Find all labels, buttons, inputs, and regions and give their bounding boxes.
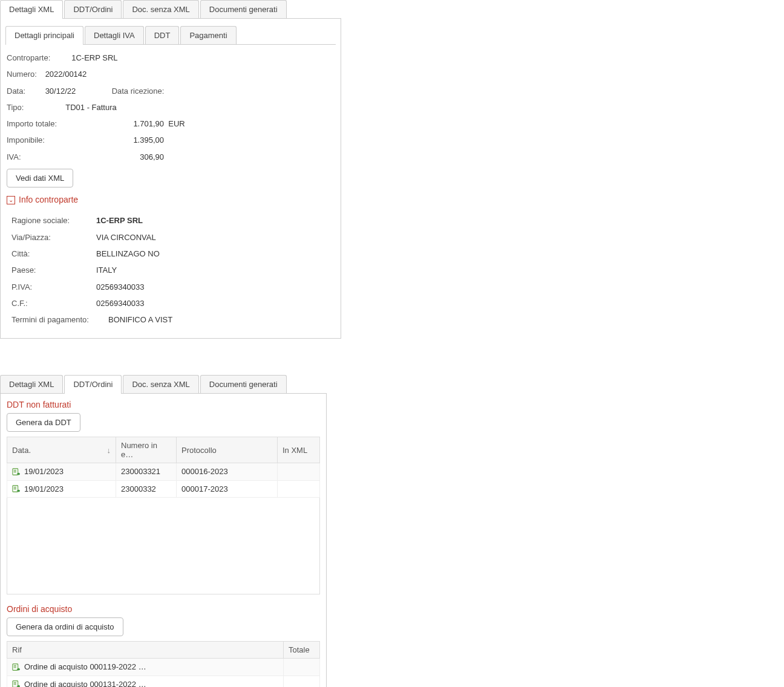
ddt-data: 19/01/2023 <box>24 484 64 493</box>
table-row[interactable]: 19/01/202323000332000017-2023 <box>7 480 320 498</box>
label-data: Data: <box>7 83 43 99</box>
details-content: Controparte: 1C-ERP SRL Numero: 2022/001… <box>5 45 336 333</box>
info-controparte-toggle[interactable]: ⌄ Info controparte <box>7 191 78 209</box>
tab-documenti-generati[interactable]: Documenti generati <box>200 375 287 393</box>
ddt-col-in-xml[interactable]: In XML <box>278 437 320 463</box>
ddt-numero: 230003321 <box>116 463 177 481</box>
label-piva: P.IVA: <box>11 279 96 295</box>
ddt-protocollo: 000017-2023 <box>177 480 278 498</box>
ddt-ordini-panel: Dettagli XML DDT/Ordini Doc. senza XML D… <box>0 375 327 687</box>
ordini-col-totale[interactable]: Totale <box>284 642 320 659</box>
label-cf: C.F.: <box>11 295 96 311</box>
label-citta: Città: <box>11 246 96 262</box>
value-data: 30/12/22 <box>45 83 112 99</box>
ddt-data: 19/01/2023 <box>24 467 64 476</box>
value-cf: 02569340033 <box>96 295 145 311</box>
label-paese: Paese: <box>11 262 96 278</box>
value-imponibile: 1.395,00 <box>122 132 164 148</box>
value-piva: 02569340033 <box>96 279 145 295</box>
table-row[interactable]: 19/01/2023230003321000016-2023 <box>7 463 320 481</box>
tab-dettagli-iva[interactable]: Dettagli IVA <box>85 26 144 44</box>
value-importo-totale: 1.701,90 <box>122 116 164 132</box>
genera-da-ddt-button[interactable]: Genera da DDT <box>7 413 80 432</box>
value-numero: 2022/00142 <box>45 66 87 82</box>
ddt-inxml <box>278 480 320 498</box>
tab-dettagli-principali[interactable]: Dettagli principali <box>5 26 83 44</box>
tab-doc-senza-xml[interactable]: Doc. senza XML <box>123 375 198 393</box>
ordini-acquisto-title: Ordini di acquisto <box>7 604 320 614</box>
tab-doc-senza-xml[interactable]: Doc. senza XML <box>123 0 198 18</box>
value-termini: BONIFICO A VIST <box>108 311 172 328</box>
genera-da-ordini-button[interactable]: Genera da ordini di acquisto <box>7 617 123 636</box>
value-via: VIA CIRCONVAL <box>96 229 156 246</box>
tab-ddt-ordini[interactable]: DDT/Ordini <box>64 375 122 393</box>
tab-ddt-ordini[interactable]: DDT/Ordini <box>64 0 122 18</box>
ddt-col-numero[interactable]: Numero in e… <box>116 437 177 463</box>
label-ragione-sociale: Ragione sociale: <box>11 212 96 229</box>
label-tipo: Tipo: <box>7 99 61 116</box>
ordini-table: Rif Totale Ordine di acquisto 000119-202… <box>7 641 320 687</box>
tab-ddt[interactable]: DDT <box>145 26 180 44</box>
ddt-protocollo: 000016-2023 <box>177 463 278 481</box>
label-controparte: Controparte: <box>7 50 67 66</box>
ddt-inxml <box>278 463 320 481</box>
table-row[interactable]: Ordine di acquisto 000131-2022 … <box>7 676 320 687</box>
chevron-down-icon: ⌄ <box>7 196 15 204</box>
main-tab-bar: Dettagli XML DDT/Ordini Doc. senza XML D… <box>0 0 341 19</box>
label-iva: IVA: <box>7 149 122 165</box>
tab-dettagli-xml[interactable]: Dettagli XML <box>0 0 63 18</box>
ddt-col-data[interactable]: Data.↓ <box>7 437 116 463</box>
value-ragione-sociale: 1C-ERP SRL <box>96 212 143 229</box>
label-importo-totale: Importo totale: <box>7 116 122 132</box>
table-row[interactable]: Ordine di acquisto 000119-2022 … <box>7 659 320 676</box>
value-controparte: 1C-ERP SRL <box>71 50 117 66</box>
value-currency: EUR <box>168 116 185 132</box>
document-icon <box>12 468 21 477</box>
document-icon <box>12 485 21 493</box>
tab-pagamenti[interactable]: Pagamenti <box>180 26 236 44</box>
label-numero: Numero: <box>7 66 43 82</box>
value-citta: BELLINZAGO NO <box>96 246 160 262</box>
label-termini: Termini di pagamento: <box>11 311 108 328</box>
tab-dettagli-xml[interactable]: Dettagli XML <box>0 375 63 393</box>
document-icon <box>12 680 21 687</box>
dettagli-xml-panel: Dettagli XML DDT/Ordini Doc. senza XML D… <box>0 0 341 375</box>
label-imponibile: Imponibile: <box>7 132 122 148</box>
inner-tab-bar: Dettagli principali Dettagli IVA DDT Pag… <box>5 26 336 45</box>
info-controparte-label: Info controparte <box>19 191 78 209</box>
main-tab-bar-2: Dettagli XML DDT/Ordini Doc. senza XML D… <box>0 375 327 394</box>
ddt-table: Data.↓ Numero in e… Protocollo In XML 19… <box>7 437 320 498</box>
ddt-numero: 23000332 <box>116 480 177 498</box>
value-tipo: TD01 - Fattura <box>65 99 117 116</box>
tab-documenti-generati[interactable]: Documenti generati <box>200 0 287 18</box>
value-iva: 306,90 <box>122 149 164 165</box>
ddt-non-fatturati-title: DDT non fatturati <box>7 400 320 409</box>
vedi-dati-xml-button[interactable]: Vedi dati XML <box>7 169 73 187</box>
info-controparte-content: Ragione sociale:1C-ERP SRL Via/Piazza:VI… <box>11 212 335 328</box>
sort-down-icon: ↓ <box>107 446 111 455</box>
ordine-rif: Ordine di acquisto 000131-2022 … <box>24 680 146 687</box>
ddt-col-protocollo[interactable]: Protocollo <box>177 437 278 463</box>
label-via: Via/Piazza: <box>11 229 96 246</box>
label-data-ricezione: Data ricezione: <box>112 83 172 99</box>
ordini-col-rif[interactable]: Rif <box>7 642 284 659</box>
document-icon <box>12 663 21 672</box>
value-paese: ITALY <box>96 262 117 278</box>
ordine-rif: Ordine di acquisto 000119-2022 … <box>24 662 146 671</box>
